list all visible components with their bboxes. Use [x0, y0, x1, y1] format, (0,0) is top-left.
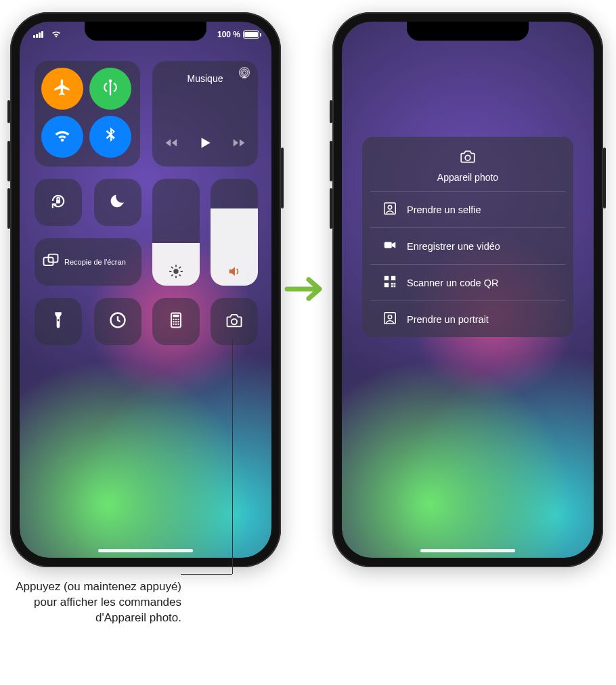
screen-mirroring-button[interactable]: Recopie de l'écran — [35, 238, 141, 286]
svg-point-14 — [173, 321, 174, 322]
svg-rect-26 — [391, 276, 395, 280]
svg-point-13 — [177, 319, 179, 320]
wifi-toggle[interactable] — [41, 116, 83, 158]
bluetooth-toggle[interactable] — [89, 116, 131, 158]
svg-rect-28 — [391, 283, 393, 285]
flashlight-icon — [49, 311, 68, 332]
svg-rect-32 — [384, 313, 396, 324]
svg-rect-3 — [56, 200, 60, 204]
battery-percent: 100 % — [217, 30, 240, 39]
orientation-lock-toggle[interactable] — [35, 179, 82, 226]
play-button[interactable] — [196, 134, 214, 154]
media-module[interactable]: Musique — [152, 61, 258, 167]
camera-button[interactable] — [211, 298, 258, 345]
cellular-antenna-icon — [101, 78, 120, 100]
svg-point-18 — [175, 324, 177, 325]
callout-leader-tick — [181, 574, 232, 575]
svg-point-33 — [388, 315, 392, 319]
qr-icon — [382, 274, 397, 291]
timer-button[interactable] — [94, 298, 141, 345]
callout-leader-line — [232, 338, 233, 574]
svg-point-23 — [388, 205, 392, 209]
camera-menu-title: Appareil photo — [362, 172, 573, 183]
bluetooth-icon — [101, 126, 120, 148]
camera-action-label: Scanner un code QR — [407, 278, 498, 288]
airplane-mode-toggle[interactable] — [41, 68, 83, 110]
camera-action-selfie[interactable]: Prendre un selfie — [370, 191, 565, 227]
svg-point-11 — [173, 319, 174, 320]
transition-arrow-icon — [284, 274, 325, 307]
camera-icon — [225, 311, 244, 332]
camera-action-label: Prendre un selfie — [407, 204, 481, 215]
camera-quick-actions-panel: Appareil photo Prendre un selfie Enregis… — [362, 137, 573, 337]
battery-icon — [243, 30, 259, 39]
svg-point-7 — [58, 319, 60, 322]
svg-rect-31 — [394, 283, 396, 285]
svg-point-21 — [465, 155, 470, 160]
brightness-slider[interactable] — [152, 179, 200, 286]
forward-button[interactable] — [232, 135, 246, 153]
media-title: Musique — [152, 73, 258, 84]
cellular-data-toggle[interactable] — [89, 68, 131, 110]
screen-mirror-label: Recopie de l'écran — [64, 258, 126, 267]
video-icon — [382, 238, 397, 255]
moon-icon — [108, 192, 127, 213]
airplane-icon — [53, 78, 72, 100]
svg-point-19 — [177, 324, 179, 325]
home-indicator[interactable] — [98, 549, 193, 552]
orientation-lock-icon — [49, 192, 68, 213]
camera-action-label: Prendre un portrait — [407, 314, 489, 325]
svg-point-16 — [177, 321, 179, 322]
iphone-mock-right: Appareil photo Prendre un selfie Enregis… — [332, 12, 603, 567]
callout-text: Appuyez (ou maintenez appuyé) pour affic… — [14, 579, 181, 626]
wifi-status-icon — [51, 28, 62, 41]
cellular-signal-icon — [33, 31, 43, 38]
iphone-mock-left: 100 % — [10, 12, 281, 567]
svg-rect-24 — [384, 242, 392, 248]
svg-point-15 — [175, 321, 177, 322]
camera-icon — [459, 156, 477, 167]
camera-action-qr[interactable]: Scanner un code QR — [370, 264, 565, 301]
svg-point-20 — [232, 319, 237, 324]
svg-rect-29 — [394, 286, 396, 288]
svg-rect-25 — [384, 276, 389, 280]
notch — [85, 22, 206, 41]
volume-slider[interactable] — [211, 179, 258, 286]
svg-rect-22 — [384, 203, 396, 215]
screen-camera-menu: Appareil photo Prendre un selfie Enregis… — [342, 22, 594, 558]
svg-rect-30 — [391, 286, 393, 288]
volume-icon — [211, 264, 258, 279]
calculator-button[interactable] — [152, 298, 200, 345]
notch — [407, 22, 529, 41]
svg-rect-10 — [173, 315, 179, 317]
camera-action-label: Enregistrer une vidéo — [407, 241, 500, 252]
camera-action-video[interactable]: Enregistrer une vidéo — [370, 227, 565, 264]
calculator-icon — [167, 311, 185, 332]
do-not-disturb-toggle[interactable] — [94, 179, 141, 226]
screen-control-center: 100 % — [20, 22, 271, 558]
selfie-icon — [382, 201, 397, 218]
rewind-button[interactable] — [164, 135, 179, 153]
portrait-icon — [382, 311, 397, 328]
flashlight-button[interactable] — [35, 298, 82, 345]
screen-mirror-icon — [41, 251, 60, 273]
svg-point-6 — [173, 269, 178, 273]
svg-rect-27 — [384, 283, 389, 287]
home-indicator[interactable] — [420, 549, 515, 552]
camera-action-portrait[interactable]: Prendre un portrait — [370, 301, 565, 337]
wifi-icon — [53, 126, 72, 148]
connectivity-module[interactable] — [35, 61, 140, 167]
brightness-icon — [152, 264, 200, 279]
svg-point-17 — [173, 324, 174, 325]
svg-point-12 — [175, 319, 177, 320]
timer-icon — [108, 311, 127, 332]
